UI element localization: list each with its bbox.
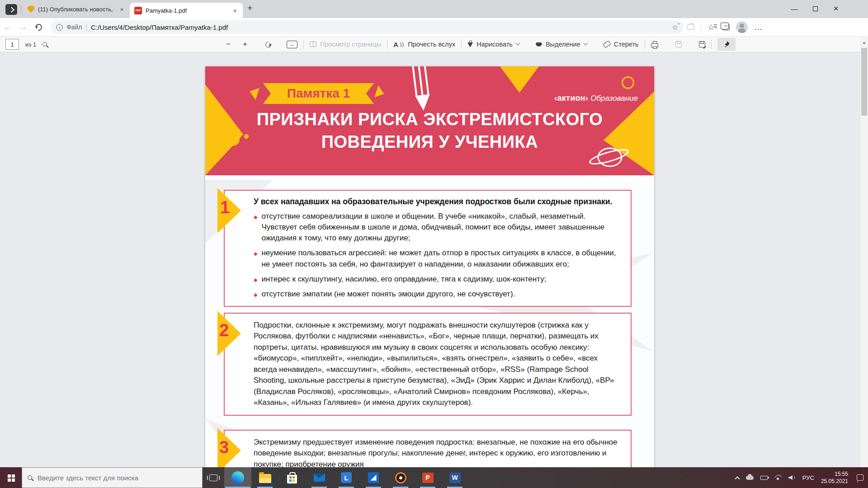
tray-expand-icon[interactable]	[735, 476, 740, 481]
extensions-icon[interactable]	[687, 24, 694, 30]
back-button[interactable]: ←	[0, 19, 15, 35]
language-indicator[interactable]: РУС	[802, 474, 814, 481]
refresh-button[interactable]	[31, 19, 46, 35]
save-as-icon[interactable]	[699, 41, 705, 47]
forward-button[interactable]: →	[15, 19, 31, 35]
profile-avatar[interactable]	[736, 21, 748, 33]
bullet-item: ◆интерес к скулшутингу, насилию, его опр…	[254, 274, 619, 285]
highlight-button[interactable]: Выделение	[536, 41, 587, 48]
print-icon[interactable]	[651, 43, 658, 47]
battery-icon[interactable]	[760, 476, 768, 480]
taskbar-search[interactable]	[22, 467, 203, 488]
page-number-input[interactable]	[5, 39, 19, 50]
section-2: 2 Подростки, склонные к экстремизму, мог…	[224, 313, 632, 416]
page-view-icon	[310, 42, 316, 47]
task-view-button[interactable]	[203, 467, 224, 488]
planet-illustration-icon	[587, 142, 631, 172]
divider	[701, 23, 701, 32]
diamond-bullet-icon: ◆	[254, 291, 257, 300]
collections-icon[interactable]	[722, 24, 730, 30]
vertical-scrollbar[interactable]: ▲	[860, 38, 868, 467]
network-icon[interactable]	[774, 475, 782, 480]
word-icon: W	[449, 473, 461, 483]
tab-close-icon[interactable]: ×	[118, 5, 125, 13]
divider	[711, 40, 712, 49]
read-aloud-label: Прочесть вслух	[408, 41, 455, 48]
erase-button[interactable]: Стереть	[604, 41, 639, 48]
fit-width-icon[interactable]: ↔	[287, 41, 297, 48]
tab-close-icon[interactable]: ×	[231, 7, 238, 14]
pin-icon	[723, 41, 730, 48]
favorites-bar-icon[interactable]: ☆	[708, 23, 714, 32]
start-button[interactable]	[0, 467, 22, 488]
eraser-icon	[603, 41, 611, 48]
time-label: 15:55	[821, 470, 848, 478]
read-aloud-button[interactable]: A)) Прочесть вслух	[393, 41, 455, 48]
minimize-button[interactable]: —	[784, 0, 805, 17]
save-icon[interactable]	[675, 41, 682, 47]
new-tab-button[interactable]: +	[247, 3, 253, 14]
tab-title: Pamyatka-1.pdf	[146, 7, 228, 14]
clock[interactable]: 15:55 25.05.2021	[821, 470, 848, 485]
section-text: Экстремизму предшествует изменение повед…	[254, 437, 619, 467]
maximize-button[interactable]	[805, 0, 826, 17]
brand-logo: ‹актион›Образование	[554, 94, 638, 103]
read-aloud-icon: A	[393, 41, 398, 48]
zoom-out-button[interactable]: −	[226, 40, 231, 49]
pinned-apps: L P W	[224, 467, 468, 488]
divider	[645, 40, 645, 49]
onedrive-cloud-icon[interactable]	[746, 476, 754, 480]
url-text[interactable]: C:/Users/4/Desktop/Памятка/Pamyatka-1.pd…	[91, 23, 668, 31]
address-bar-row: ← → i Файл | C:/Users/4/Desktop/Памятка/…	[0, 18, 868, 36]
close-button[interactable]: ×	[826, 0, 846, 17]
taskbar-app-l[interactable]: L	[333, 467, 360, 488]
taskbar-app-powerpoint[interactable]: P	[414, 467, 441, 488]
search-icon	[28, 475, 32, 480]
pdf-page: Памятка 1 ‹актион›Образование ПРИЗНАКИ Р…	[205, 66, 654, 467]
window-controls: — ×	[784, 0, 846, 17]
diamond-bullet-icon: ◆	[254, 250, 257, 269]
section-number: 1	[220, 198, 230, 217]
search-icon[interactable]	[42, 42, 47, 47]
divider: |	[85, 23, 87, 31]
tab-strip: (11) Опубликовать новость, опр × PDF Pam…	[0, 0, 868, 18]
taskbar-app-media[interactable]	[387, 467, 414, 488]
tab-news[interactable]: (11) Опубликовать новость, опр ×	[23, 3, 130, 15]
bullet-list: ◆отсутствие самореализации в школе и общ…	[254, 211, 619, 300]
info-icon[interactable]: i	[56, 24, 63, 31]
chevron-down-icon[interactable]	[583, 41, 588, 45]
chevron-down-icon[interactable]	[515, 41, 520, 45]
pin-toolbar-button[interactable]	[717, 38, 736, 51]
scrollbar-thumb[interactable]	[861, 48, 867, 116]
action-center-icon[interactable]	[857, 474, 863, 481]
media-player-icon	[395, 472, 406, 483]
rotate-icon[interactable]	[264, 40, 272, 48]
scroll-up-icon[interactable]: ▲	[860, 38, 868, 45]
taskbar-app-explorer[interactable]	[251, 467, 278, 488]
zoom-in-button[interactable]: +	[243, 40, 247, 49]
address-bar[interactable]: i Файл | C:/Users/4/Desktop/Памятка/Pamy…	[51, 20, 684, 34]
taskbar-app-word[interactable]: W	[441, 467, 468, 488]
edge-icon	[231, 471, 244, 484]
taskbar-search-input[interactable]	[38, 474, 187, 482]
tab-actions-icon[interactable]	[5, 4, 17, 15]
taskbar-app-edge[interactable]	[224, 467, 251, 488]
document-header: Памятка 1 ‹актион›Образование ПРИЗНАКИ Р…	[205, 66, 654, 175]
taskbar-app-draw[interactable]	[360, 467, 387, 488]
volume-icon[interactable]	[788, 475, 796, 480]
highlight-label: Выделение	[546, 41, 580, 48]
favorite-star-icon[interactable]: ☆+	[672, 23, 678, 32]
taskbar-app-mail[interactable]	[306, 467, 333, 488]
tab-pdf[interactable]: PDF Pamyatka-1.pdf ×	[130, 3, 243, 18]
taskbar-app-store[interactable]	[278, 467, 306, 488]
page-view-button[interactable]: Просмотр страницы	[310, 41, 381, 48]
mail-envelope-icon	[314, 474, 325, 482]
title-line-1: ПРИЗНАКИ РИСКА ЭКСТРЕМИСТСКОГО	[205, 108, 654, 131]
draw-button[interactable]: Нарисовать	[467, 41, 519, 48]
refresh-icon	[34, 23, 43, 32]
settings-menu-icon[interactable]: …	[754, 23, 763, 32]
l-app-icon: L	[341, 472, 352, 483]
bullet-item: ◆отсутствие самореализации в школе и общ…	[254, 211, 619, 244]
diamond-bullet-icon: ◆	[254, 214, 257, 244]
page-count-label: из 1	[25, 41, 36, 48]
